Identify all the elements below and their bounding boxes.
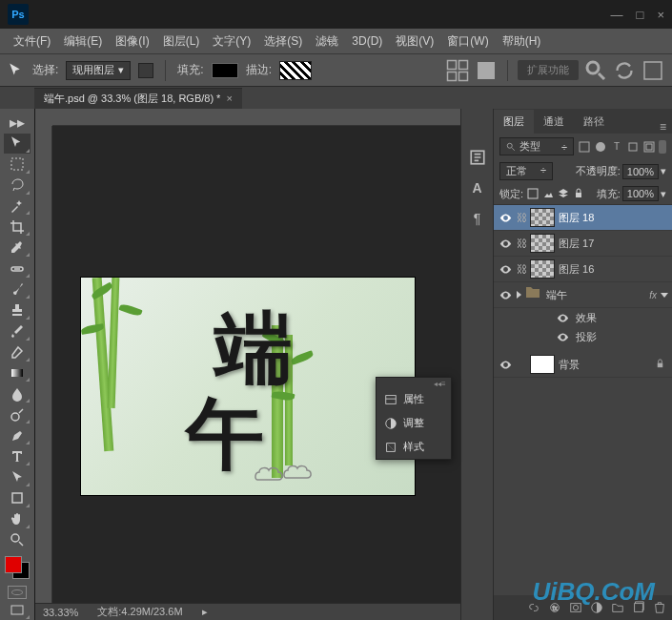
menu-select[interactable]: 选择(S) xyxy=(258,31,308,52)
menu-image[interactable]: 图像(I) xyxy=(110,31,154,52)
menu-type[interactable]: 文字(Y) xyxy=(207,31,256,52)
workspace-selector[interactable]: 扩展功能 xyxy=(518,60,579,80)
filter-pixel-icon[interactable] xyxy=(578,140,591,154)
screen-mode-toggle[interactable] xyxy=(4,600,31,620)
layer-row[interactable]: 背景 xyxy=(494,352,672,378)
gradient-tool[interactable] xyxy=(4,363,31,383)
layer-row[interactable]: ⛓ 图层 18 xyxy=(494,205,672,231)
layer-thumbnail[interactable] xyxy=(530,208,555,227)
menu-3d[interactable]: 3D(D) xyxy=(346,31,388,51)
search-icon[interactable] xyxy=(584,60,607,81)
type-tool[interactable] xyxy=(4,446,31,466)
history-panel-icon[interactable] xyxy=(467,147,488,168)
zoom-tool[interactable] xyxy=(4,530,31,550)
zoom-level[interactable]: 33.33% xyxy=(43,607,78,618)
color-swatches[interactable] xyxy=(3,554,31,580)
window-maximize-button[interactable]: □ xyxy=(637,8,644,22)
magic-wand-tool[interactable] xyxy=(4,196,31,217)
layer-thumbnail[interactable] xyxy=(530,259,555,279)
shape-tool[interactable] xyxy=(4,488,31,508)
popup-collapse-icon[interactable]: ◂◂ xyxy=(434,380,439,385)
select-dropdown[interactable]: 现用图层▾ xyxy=(66,61,131,80)
menu-layer[interactable]: 图层(L) xyxy=(157,31,206,52)
eraser-tool[interactable] xyxy=(4,342,31,362)
layer-thumbnail[interactable] xyxy=(530,355,555,374)
layer-name[interactable]: 图层 16 xyxy=(559,262,668,277)
layer-fx-effects[interactable]: 效果 xyxy=(494,308,672,327)
stroke-pattern[interactable] xyxy=(279,61,312,80)
layer-visibility-toggle[interactable] xyxy=(498,263,513,276)
filter-smart-icon[interactable] xyxy=(642,140,656,154)
filter-type-icon[interactable]: T xyxy=(610,140,623,154)
menu-view[interactable]: 视图(V) xyxy=(390,31,439,52)
filter-adjust-icon[interactable] xyxy=(594,140,607,154)
layer-visibility-toggle[interactable] xyxy=(498,238,513,250)
hand-tool[interactable] xyxy=(4,509,31,529)
quick-mask-toggle[interactable] xyxy=(8,586,27,600)
opacity-value[interactable]: 100% xyxy=(622,164,659,179)
layer-row[interactable]: ⛓ 图层 16 xyxy=(494,257,672,282)
document-tab[interactable]: 端午.psd @ 33.3% (图层 18, RGB/8) * × xyxy=(34,88,242,109)
brush-tool[interactable] xyxy=(4,279,31,300)
stamp-tool[interactable] xyxy=(4,300,31,320)
layer-fx-indicator[interactable]: fx xyxy=(649,290,657,300)
layer-thumbnail[interactable] xyxy=(530,234,555,253)
lasso-tool[interactable] xyxy=(4,176,31,196)
layer-row[interactable]: ⛓ 图层 17 xyxy=(494,231,672,257)
view-icon[interactable] xyxy=(475,60,498,81)
layer-filter-type[interactable]: 类型÷ xyxy=(499,137,574,155)
foreground-color-swatch[interactable] xyxy=(5,556,22,573)
tab-channels[interactable]: 通道 xyxy=(534,110,574,134)
popup-properties[interactable]: 属性 xyxy=(377,387,451,411)
filter-shape-icon[interactable] xyxy=(626,140,640,154)
frame-icon[interactable] xyxy=(641,60,664,81)
move-tool[interactable] xyxy=(4,134,31,154)
healing-tool[interactable] xyxy=(4,258,31,279)
popup-adjustments[interactable]: 调整 xyxy=(377,411,451,435)
panel-menu-icon[interactable]: ≡ xyxy=(654,120,672,134)
tab-paths[interactable]: 路径 xyxy=(574,110,614,134)
document-tab-close[interactable]: × xyxy=(226,93,232,104)
dodge-tool[interactable] xyxy=(4,404,31,424)
window-minimize-button[interactable]: — xyxy=(611,8,623,22)
fill-swatch[interactable] xyxy=(212,63,238,78)
eyedropper-tool[interactable] xyxy=(4,238,31,258)
popup-styles[interactable]: 样式 xyxy=(377,435,451,459)
filter-toggle[interactable] xyxy=(659,140,666,154)
ruler-vertical[interactable] xyxy=(35,109,52,620)
sync-icon[interactable] xyxy=(613,60,636,81)
menu-window[interactable]: 窗口(W) xyxy=(441,31,494,52)
layer-group-row[interactable]: 端午 fx xyxy=(494,282,672,308)
document-canvas[interactable]: 端 午 xyxy=(81,278,415,495)
grid-icon[interactable] xyxy=(446,60,469,81)
layer-visibility-toggle[interactable] xyxy=(498,359,513,371)
tab-layers[interactable]: 图层 xyxy=(494,110,534,134)
group-expand-icon[interactable] xyxy=(517,291,521,299)
window-close-button[interactable]: × xyxy=(657,8,664,22)
collapse-tools-icon[interactable]: ▸▸ xyxy=(4,113,31,133)
fill-opacity-value[interactable]: 100% xyxy=(622,186,659,201)
lock-image-icon[interactable] xyxy=(542,188,554,199)
layer-name[interactable]: 图层 18 xyxy=(559,211,668,225)
layer-visibility-toggle[interactable] xyxy=(498,289,513,301)
document-info[interactable]: 文档:4.29M/23.6M xyxy=(97,605,182,619)
delete-layer-button[interactable] xyxy=(653,601,666,614)
opt-checkbox[interactable] xyxy=(138,63,153,78)
crop-tool[interactable] xyxy=(4,217,31,237)
canvas-area[interactable]: 端 午 33.33% 文档:4.29M/23.6M ▸ xyxy=(34,109,460,620)
ruler-horizontal[interactable] xyxy=(52,109,460,126)
marquee-tool[interactable] xyxy=(4,155,31,175)
menu-filter[interactable]: 滤镜 xyxy=(310,31,344,52)
blend-mode-select[interactable]: 正常 ÷ xyxy=(499,162,553,180)
lock-transparency-icon[interactable] xyxy=(527,188,539,199)
character-panel-icon[interactable]: A xyxy=(467,177,488,198)
layer-name[interactable]: 端午 xyxy=(546,288,645,302)
layer-fx-dropshadow[interactable]: 投影 xyxy=(494,327,672,346)
popup-menu-icon[interactable]: ≡ xyxy=(441,380,447,385)
layer-name[interactable]: 图层 17 xyxy=(559,237,668,251)
history-brush-tool[interactable] xyxy=(4,321,31,341)
lock-all-icon[interactable] xyxy=(573,188,584,199)
blur-tool[interactable] xyxy=(4,383,31,403)
menu-edit[interactable]: 编辑(E) xyxy=(58,31,108,52)
path-selection-tool[interactable] xyxy=(4,467,31,487)
